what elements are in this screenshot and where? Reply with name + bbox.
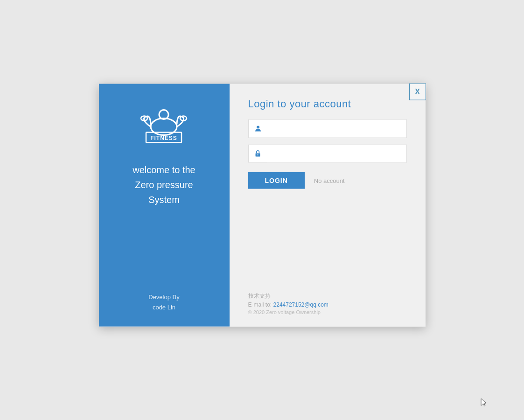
svg-point-6 bbox=[257, 126, 259, 129]
email-label: E-mail to: bbox=[248, 301, 272, 308]
logo-section: FITNESS welcome to the Zero pressure Sys… bbox=[133, 103, 196, 207]
footer-section: 技术支持 E-mail to: 2244727152@qq.com © 2020… bbox=[230, 283, 426, 327]
username-row bbox=[248, 119, 407, 138]
developer-name: code Lin bbox=[148, 302, 179, 313]
no-account-link[interactable]: No account bbox=[314, 177, 345, 184]
email-link[interactable]: 2244727152@qq.com bbox=[273, 301, 328, 308]
svg-text:FITNESS: FITNESS bbox=[151, 135, 178, 141]
login-button[interactable]: LOGIN bbox=[248, 172, 305, 189]
svg-point-8 bbox=[257, 154, 258, 155]
username-input[interactable] bbox=[267, 120, 406, 137]
develop-section: Develop By code Lin bbox=[148, 292, 179, 312]
password-input[interactable] bbox=[267, 145, 406, 162]
welcome-text: welcome to the Zero pressure System bbox=[133, 162, 196, 207]
user-icon bbox=[249, 120, 267, 138]
copyright-text: © 2020 Zero voltage Ownership bbox=[248, 309, 407, 315]
fitness-logo: FITNESS bbox=[136, 103, 192, 145]
action-row: LOGIN No account bbox=[248, 172, 407, 189]
login-dialog: X FITNESS welc bbox=[99, 84, 426, 327]
password-row bbox=[248, 145, 407, 163]
left-panel: FITNESS welcome to the Zero pressure Sys… bbox=[99, 84, 230, 327]
cursor-icon bbox=[480, 398, 488, 407]
tech-support-label: 技术支持 bbox=[248, 292, 407, 300]
email-row: E-mail to: 2244727152@qq.com bbox=[248, 301, 407, 308]
close-button[interactable]: X bbox=[409, 84, 426, 100]
form-section: LOGIN No account bbox=[230, 119, 426, 283]
develop-label: Develop By bbox=[148, 292, 179, 302]
right-panel: Login to your account bbox=[230, 84, 426, 327]
close-icon: X bbox=[415, 88, 420, 96]
lock-icon bbox=[249, 145, 267, 162]
login-title: Login to your account bbox=[230, 84, 426, 119]
